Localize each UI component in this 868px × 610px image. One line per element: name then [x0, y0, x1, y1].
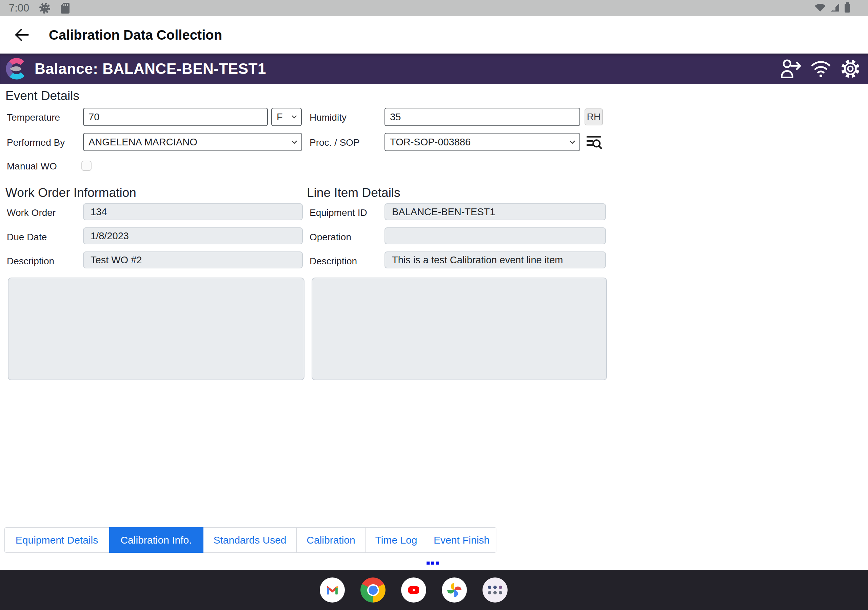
temperature-unit-select[interactable]: F	[271, 108, 302, 126]
gmail-icon[interactable]	[320, 577, 345, 602]
work-order-label: Work Order	[7, 207, 56, 218]
status-wifi-icon	[814, 3, 826, 13]
screen: 7:00	[0, 0, 868, 610]
due-date-label: Due Date	[7, 231, 47, 243]
manual-wo-label: Manual WO	[7, 161, 57, 172]
manual-wo-checkbox[interactable]	[81, 161, 91, 171]
user-signout-icon[interactable]	[780, 59, 801, 79]
equipment-id-label: Equipment ID	[310, 207, 367, 218]
app-drawer-icon[interactable]	[482, 577, 508, 602]
section-heading-work-order: Work Order Information	[5, 186, 136, 200]
tab-calibration-info[interactable]: Calibration Info.	[109, 527, 203, 553]
due-date-value: 1/8/2023	[83, 228, 303, 244]
section-heading-line-item: Line Item Details	[307, 186, 400, 200]
proc-sop-select[interactable]: TOR-SOP-003886	[384, 133, 580, 151]
operation-label: Operation	[310, 231, 351, 243]
tab-event-finish[interactable]: Event Finish	[427, 527, 496, 553]
status-time: 7:00	[9, 2, 29, 14]
status-bar: 7:00	[0, 0, 868, 16]
sd-card-icon	[60, 2, 70, 14]
youtube-icon[interactable]	[401, 577, 426, 602]
chevron-down-icon	[569, 140, 575, 144]
status-cell-signal-icon	[831, 3, 840, 13]
temperature-input[interactable]	[83, 108, 268, 126]
equipment-id-value: BALANCE-BEN-TEST1	[384, 203, 606, 220]
google-photos-icon[interactable]	[442, 577, 467, 602]
work-order-notes-area	[8, 277, 304, 380]
li-description-label: Description	[310, 255, 357, 267]
humidity-input[interactable]	[384, 108, 580, 126]
tab-calibration[interactable]: Calibration	[297, 527, 366, 553]
tab-equipment-details[interactable]: Equipment Details	[5, 527, 109, 553]
section-heading-event-details: Event Details	[5, 89, 79, 103]
app-bar: Calibration Data Collection	[0, 16, 868, 54]
temperature-label: Temperature	[7, 112, 60, 123]
tab-time-log[interactable]: Time Log	[366, 527, 427, 553]
wifi-icon[interactable]	[811, 60, 831, 78]
line-item-notes-area	[312, 277, 607, 380]
performed-by-label: Performed By	[7, 137, 65, 149]
chevron-down-icon	[291, 140, 298, 144]
page-title: Calibration Data Collection	[49, 28, 222, 43]
work-order-value: 134	[83, 203, 303, 220]
dock-app-icons	[320, 577, 508, 602]
equipment-title: Balance: BALANCE-BEN-TEST1	[34, 60, 266, 77]
proc-sop-label: Proc. / SOP	[310, 137, 360, 149]
humidity-unit-chip[interactable]: RH	[584, 108, 603, 125]
humidity-label: Humidity	[310, 112, 347, 123]
bottom-tab-bar: Equipment Details Calibration Info. Stan…	[5, 527, 496, 553]
equipment-header: Balance: BALANCE-BEN-TEST1	[0, 54, 868, 84]
back-arrow-icon[interactable]	[14, 28, 29, 42]
tab-standards-used[interactable]: Standards Used	[203, 527, 297, 553]
wo-description-label: Description	[7, 255, 54, 267]
chevron-down-icon	[291, 115, 297, 119]
app-logo-icon	[5, 57, 28, 80]
operation-value	[384, 228, 606, 244]
li-description-value: This is a test Calibration event line it…	[384, 251, 606, 268]
chrome-icon[interactable]	[360, 577, 386, 602]
status-battery-icon	[844, 2, 850, 14]
sop-search-list-icon[interactable]	[586, 134, 602, 152]
performed-by-select[interactable]: ANGELENA MARCIANO	[83, 133, 302, 151]
wo-description-value: Test WO #2	[83, 251, 303, 268]
gear-icon[interactable]	[840, 59, 860, 79]
android-setup-gear-icon	[38, 2, 51, 15]
overflow-dots-icon[interactable]	[426, 562, 439, 565]
